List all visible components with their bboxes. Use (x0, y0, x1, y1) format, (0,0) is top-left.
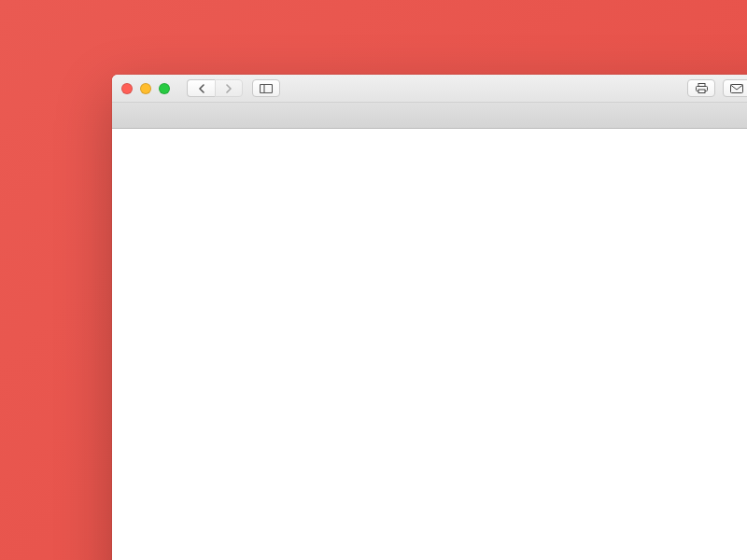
print-icon (696, 83, 708, 93)
sidebar-toggle-button[interactable] (252, 79, 280, 97)
toolbar-right (687, 79, 747, 97)
page-content (112, 129, 747, 560)
svg-rect-4 (698, 90, 705, 93)
chevron-left-icon (198, 84, 205, 93)
maximize-button[interactable] (159, 83, 170, 94)
forward-button[interactable] (215, 79, 243, 97)
chevron-right-icon (225, 84, 233, 93)
close-button[interactable] (121, 83, 133, 94)
minimize-button[interactable] (140, 83, 151, 94)
svg-rect-5 (731, 84, 743, 92)
window-titlebar (112, 75, 747, 103)
mail-icon (730, 84, 743, 93)
sidebar-icon (260, 84, 273, 93)
svg-rect-0 (261, 84, 273, 92)
print-button[interactable] (687, 79, 715, 97)
browser-window (112, 75, 747, 560)
navigation-group (187, 79, 243, 97)
traffic-lights (121, 83, 170, 94)
mail-button[interactable] (723, 79, 747, 97)
tab-bar (112, 103, 747, 129)
back-button[interactable] (187, 79, 215, 97)
